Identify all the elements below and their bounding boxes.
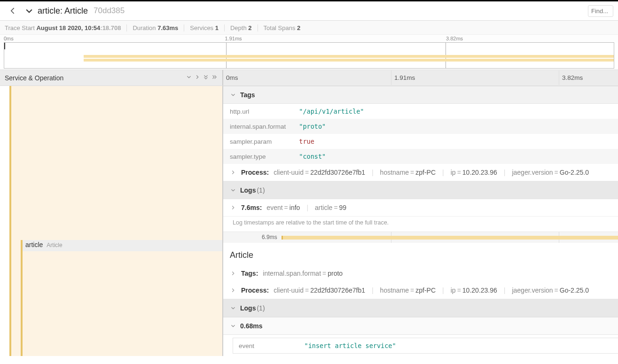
span-operation-name: Article xyxy=(47,242,62,248)
chevron-down-icon xyxy=(230,92,236,98)
minimap-ruler: 0ms 1.91ms 3.82ms xyxy=(0,35,618,42)
minimap-start-marker xyxy=(4,43,5,49)
chevron-right-icon xyxy=(230,287,236,294)
log-entry-row[interactable]: 7.6ms: event=info| article=99 xyxy=(223,199,618,217)
trace-header: article: Article 70dd385 xyxy=(0,1,618,21)
log-entry-header[interactable]: 0.68ms xyxy=(223,317,618,335)
trace-start-label: Trace Start xyxy=(5,24,35,31)
minimap[interactable] xyxy=(4,42,614,69)
span-tree-column: article Article xyxy=(0,86,223,356)
span-detail-title: Article xyxy=(223,243,618,265)
back-button[interactable] xyxy=(5,4,22,17)
process-kv: hostname=zpf-PC xyxy=(380,169,436,176)
tag-row[interactable]: internal.span.format"proto" xyxy=(223,119,618,134)
time-header-tick: 3.82ms xyxy=(559,70,583,85)
span1-color-strip xyxy=(9,86,11,356)
process-row[interactable]: Process: client-uuid=22d2fd30726e7fb1| h… xyxy=(223,164,618,181)
process-kv: jaeger.version=Go-2.25.0 xyxy=(512,169,589,176)
logs-section-header[interactable]: Logs (1) xyxy=(223,299,618,317)
ruler-tick: 3.82ms xyxy=(446,36,463,41)
chevron-right-icon xyxy=(230,270,236,277)
expand-children-button[interactable] xyxy=(194,74,201,82)
depth-label: Depth xyxy=(230,24,247,31)
spans-label: Total Spans xyxy=(264,24,296,31)
tag-key: http.url xyxy=(223,104,292,119)
log-time: 0.68ms xyxy=(240,322,262,330)
chevron-right-icon xyxy=(194,74,201,80)
span-timeline-row[interactable]: 6.9ms xyxy=(223,232,618,243)
span-detail-column: Tags http.url"/api/v1/article" internal.… xyxy=(223,86,618,356)
log-field-key: event xyxy=(233,338,299,354)
expand-all-button[interactable] xyxy=(211,74,218,82)
time-header-tick: 0ms xyxy=(223,70,391,85)
double-chevron-right-icon xyxy=(211,74,218,80)
logs-section-header[interactable]: Logs (1) xyxy=(223,181,618,199)
process-kv: ip=10.20.23.96 xyxy=(451,169,497,176)
tags-label: Tags xyxy=(240,91,255,99)
tags-section-header[interactable]: Tags xyxy=(223,86,618,104)
tag-value: "proto" xyxy=(292,119,618,134)
time-header-tick: 1.91ms xyxy=(391,70,559,85)
trace-start-ms: :18.708 xyxy=(100,24,121,31)
logs-count: (1) xyxy=(257,304,265,312)
trace-body: article Article Tags http.url"/api/v1/ar… xyxy=(0,86,618,356)
tag-row[interactable]: http.url"/api/v1/article" xyxy=(223,104,618,119)
span-duration-bar xyxy=(282,236,618,240)
log-fields-table: event"insert article service" xyxy=(233,338,618,354)
process-kv: ip=10.20.23.96 xyxy=(451,287,497,294)
logs-label: Logs xyxy=(240,304,256,312)
tags-table: http.url"/api/v1/article" internal.span.… xyxy=(223,104,618,164)
chevron-down-icon xyxy=(24,6,34,15)
trace-id: 70dd385 xyxy=(94,6,125,15)
process-label: Process: xyxy=(241,169,269,176)
log-time: 7.6ms: xyxy=(241,204,262,211)
logs-label: Logs xyxy=(240,186,256,194)
find-input[interactable] xyxy=(588,5,613,17)
chevron-right-icon xyxy=(230,204,236,211)
span2-color-strip xyxy=(21,240,23,356)
process-label: Process: xyxy=(241,287,269,294)
collapse-all-button[interactable] xyxy=(203,74,209,82)
tags-row[interactable]: Tags: internal.span.format=proto xyxy=(223,265,618,282)
tag-row[interactable]: sampler.type"const" xyxy=(223,149,618,164)
process-kv: hostname=zpf-PC xyxy=(380,287,436,294)
chevron-down-icon xyxy=(186,74,192,80)
chevron-down-icon xyxy=(230,305,236,311)
double-chevron-down-icon xyxy=(203,74,209,80)
tag-key: sampler.type xyxy=(223,149,292,164)
tag-value: "/api/v1/article" xyxy=(292,104,618,119)
services-value: 1 xyxy=(215,24,219,31)
log-kv: event=info xyxy=(266,204,300,211)
span-service-name: article xyxy=(25,241,43,248)
services-label: Services xyxy=(190,24,213,31)
collapse-children-button[interactable] xyxy=(186,74,192,82)
minimap-span-bar xyxy=(84,59,614,62)
chevron-right-icon xyxy=(230,169,236,176)
duration-label: Duration xyxy=(133,24,156,31)
depth-value: 2 xyxy=(248,24,251,31)
spans-value: 2 xyxy=(297,24,300,31)
process-kv: jaeger.version=Go-2.25.0 xyxy=(512,287,589,294)
span-row[interactable]: article Article xyxy=(25,241,63,248)
log-note: Log timestamps are relative to the start… xyxy=(223,217,618,232)
service-operation-header: Service & Operation xyxy=(5,74,186,82)
process-row[interactable]: Process: client-uuid=22d2fd30726e7fb1| h… xyxy=(223,282,618,299)
log-field-value: "insert article service" xyxy=(299,338,618,354)
tags-label: Tags: xyxy=(241,270,258,277)
tag-value: true xyxy=(292,134,618,149)
tag-row[interactable]: sampler.paramtrue xyxy=(223,134,618,149)
arrow-left-icon xyxy=(8,6,18,15)
minimap-span-bar xyxy=(84,55,614,58)
span1-selection-bg xyxy=(9,86,222,356)
chevron-down-icon xyxy=(230,187,236,194)
ruler-tick: 0ms xyxy=(4,36,225,41)
trace-title[interactable]: article: Article 70dd385 xyxy=(24,6,588,16)
tag-key: sampler.param xyxy=(223,134,292,149)
log-kv: article=99 xyxy=(315,204,346,211)
tag-value: "const" xyxy=(292,149,618,164)
tag-key: internal.span.format xyxy=(223,119,292,134)
trace-summary: Trace Start August 18 2020, 10:54:18.708… xyxy=(0,21,618,35)
tag-kv: internal.span.format=proto xyxy=(263,270,343,277)
trace-title-text: article: Article xyxy=(38,6,88,16)
log-field-row[interactable]: event"insert article service" xyxy=(233,338,618,354)
